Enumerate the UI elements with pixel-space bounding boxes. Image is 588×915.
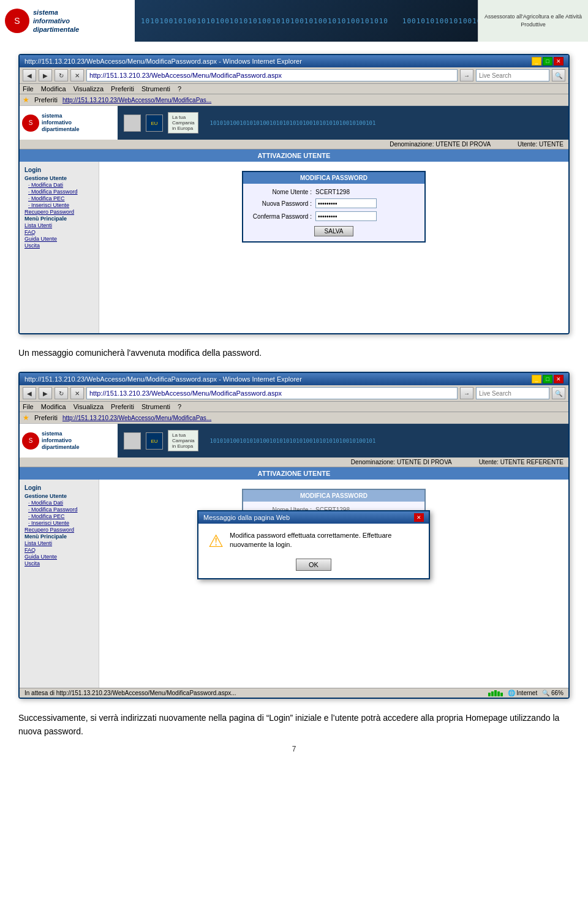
address-bar-1[interactable] <box>86 69 458 81</box>
back-button[interactable]: ◀ <box>23 69 36 81</box>
sidebar-uscita-1[interactable]: Uscita <box>24 243 94 249</box>
fav-link-1[interactable]: http://151.13.210.23/WebAccesso/Menu/Mod… <box>62 97 211 104</box>
menu-strumenti-2[interactable]: Strumenti <box>141 403 170 410</box>
favorites-star-2: ★ <box>23 413 29 422</box>
sidebar-recupero-2[interactable]: Recupero Password <box>24 527 94 533</box>
ie-eu-icon-1: EU <box>146 115 163 132</box>
bottom-text: Successivamente, si verrà indirizzati nu… <box>18 711 570 739</box>
browser-toolbar-1: ◀ ▶ ↻ ✕ → 🔍 <box>20 67 568 84</box>
mp-nome-value-1: SCERT1298 <box>315 189 420 195</box>
address-bar-2[interactable] <box>86 387 458 399</box>
ie-inner-logo-text-2: sistemainformativodipartimentale <box>42 431 80 450</box>
banner-right-logo: Assessorato all'Agricoltura e alle Attiv… <box>478 0 588 42</box>
dialog-body: ⚠ Modifica password effettuata correttam… <box>198 524 429 559</box>
sidebar-faq-2[interactable]: FAQ <box>24 547 94 553</box>
dialog-titlebar: Messaggio dalla pagina Web ✕ <box>198 511 429 524</box>
sidebar-uscita-2[interactable]: Uscita <box>24 560 94 567</box>
close-button[interactable]: ✕ <box>554 57 564 66</box>
menu-preferiti-2[interactable]: Preferiti <box>111 403 134 410</box>
menu-visualizza-2[interactable]: Visualizza <box>74 403 104 410</box>
menu-modifica-1[interactable]: Modifica <box>41 85 66 92</box>
sidebar-menu-principale-2[interactable]: Menù Principale <box>24 533 94 540</box>
menu-file-2[interactable]: File <box>23 403 34 410</box>
sidebar-gestione-utente-1[interactable]: Gestione Utente <box>24 175 94 181</box>
modifica-title-1: MODIFICA PASSWORD <box>243 172 424 184</box>
go-button[interactable]: → <box>460 69 473 81</box>
dialog-buttons: OK <box>198 559 429 578</box>
fav-link-2[interactable]: http://151.13.210.23/WebAccesso/Menu/Mod… <box>62 415 211 421</box>
sidebar-recupero-1[interactable]: Recupero Password <box>24 209 94 215</box>
bar-4 <box>497 691 500 696</box>
sidebar-inserisci-utente-1[interactable]: Inserisci Utente <box>28 202 94 208</box>
ie-page-content-1: S sistemainformativodipartimentale EU La… <box>20 106 568 333</box>
minimize-button-2[interactable]: _ <box>532 375 541 383</box>
mp-nome-label-1: Nome Utente : <box>248 189 315 195</box>
sidebar-modifica-password-2[interactable]: Modifica Password <box>28 506 94 513</box>
mp-nuova-input-1[interactable] <box>315 198 377 208</box>
menu-visualizza-1[interactable]: Visualizza <box>74 85 104 92</box>
sidebar-modifica-password-1[interactable]: Modifica Password <box>28 189 94 195</box>
go-button-2[interactable]: → <box>460 387 473 399</box>
forward-button[interactable]: ▶ <box>39 69 52 81</box>
sidebar-lista-utenti-2[interactable]: Lista Utenti <box>24 540 94 546</box>
browser-toolbar-2: ◀ ▶ ↻ ✕ → 🔍 <box>20 385 568 402</box>
sidebar-gestione-utente-2[interactable]: Gestione Utente <box>24 493 94 499</box>
banner-logo-area: S sistema informativo dipartimentale <box>0 0 135 42</box>
bar-2 <box>491 691 494 696</box>
mp-nome-row-1: Nome Utente : SCERT1298 <box>248 189 420 195</box>
sidebar-faq-1[interactable]: FAQ <box>24 229 94 235</box>
sidebar-guida-utente-2[interactable]: Guida Utente <box>24 554 94 560</box>
sidebar-modifica-dati-2[interactable]: Modifica Dati <box>28 500 94 506</box>
progress-bars <box>488 690 503 696</box>
search-box-2[interactable] <box>476 387 549 399</box>
top-banner: S sistema informativo dipartimentale 101… <box>0 0 588 42</box>
sidebar-lista-utenti-1[interactable]: Lista Utenti <box>24 222 94 228</box>
ie-user-info-2: Denominazione: UTENTE DI PROVA Utente: U… <box>20 457 568 467</box>
maximize-button[interactable]: □ <box>543 57 552 66</box>
favorites-label-1[interactable]: Preferiti <box>34 96 58 104</box>
menu-help-2[interactable]: ? <box>178 403 181 410</box>
dialog-close-button[interactable]: ✕ <box>414 513 424 522</box>
dialog-message: Modifica password effettuata correttamen… <box>230 531 419 550</box>
menu-help-1[interactable]: ? <box>178 85 181 92</box>
statusbar-text-2: In attesa di http://151.13.210.23/WebAcc… <box>24 690 236 696</box>
stop-button-2[interactable]: ✕ <box>70 387 84 399</box>
ie-flag-icon-2 <box>124 432 141 450</box>
modifica-password-box-1: MODIFICA PASSWORD Nome Utente : SCERT129… <box>242 171 426 243</box>
forward-button-2[interactable]: ▶ <box>39 387 52 399</box>
close-button-2[interactable]: ✕ <box>554 375 564 383</box>
ie-inner-logos-2: EU La tuaCampaniain Europa <box>118 430 205 451</box>
stop-button[interactable]: ✕ <box>70 69 84 81</box>
search-button-2[interactable]: 🔍 <box>552 387 565 399</box>
minimize-button[interactable]: _ <box>532 57 541 66</box>
mp-conferma-input-1[interactable] <box>315 211 377 221</box>
sidebar-inserisci-utente-2[interactable]: Inserisci Utente <box>28 520 94 526</box>
menu-strumenti-1[interactable]: Strumenti <box>141 85 170 92</box>
browser-statusbar-2: In attesa di http://151.13.210.23/WebAcc… <box>20 688 568 698</box>
refresh-button[interactable]: ↻ <box>55 69 68 81</box>
bar-5 <box>500 693 503 696</box>
mp-conferma-row-1: Conferma Password : <box>248 211 420 221</box>
search-box-1[interactable] <box>476 69 549 81</box>
banner-binary: 1010100101001010100101010100101010010100… <box>135 0 478 42</box>
logo-icon: S <box>5 9 29 33</box>
sidebar-guida-utente-1[interactable]: Guida Utente <box>24 236 94 242</box>
back-button-2[interactable]: ◀ <box>23 387 36 399</box>
refresh-button-2[interactable]: ↻ <box>55 387 68 399</box>
dialog-ok-button[interactable]: OK <box>296 559 331 571</box>
salva-button-1[interactable]: SALVA <box>314 226 354 236</box>
sidebar-menu-principale-1[interactable]: Menù Principale <box>24 216 94 222</box>
sidebar-modifica-pec-1[interactable]: Modifica PEC <box>28 195 94 201</box>
sidebar-modifica-dati-1[interactable]: Modifica Dati <box>28 182 94 188</box>
modifica-body-1: Nome Utente : SCERT1298 Nuova Password :… <box>243 184 424 241</box>
menu-preferiti-1[interactable]: Preferiti <box>111 85 134 92</box>
favorites-label-2[interactable]: Preferiti <box>34 414 58 421</box>
ie-inner-banner-1: S sistemainformativodipartimentale EU La… <box>20 106 568 140</box>
maximize-button-2[interactable]: □ <box>543 375 552 383</box>
menu-modifica-2[interactable]: Modifica <box>41 403 66 410</box>
sidebar-modifica-pec-2[interactable]: Modifica PEC <box>28 513 94 519</box>
titlebar-buttons-2: _ □ ✕ <box>532 375 564 383</box>
titlebar-buttons: _ □ ✕ <box>532 57 564 66</box>
search-button[interactable]: 🔍 <box>552 69 565 81</box>
menu-file-1[interactable]: File <box>23 85 34 92</box>
